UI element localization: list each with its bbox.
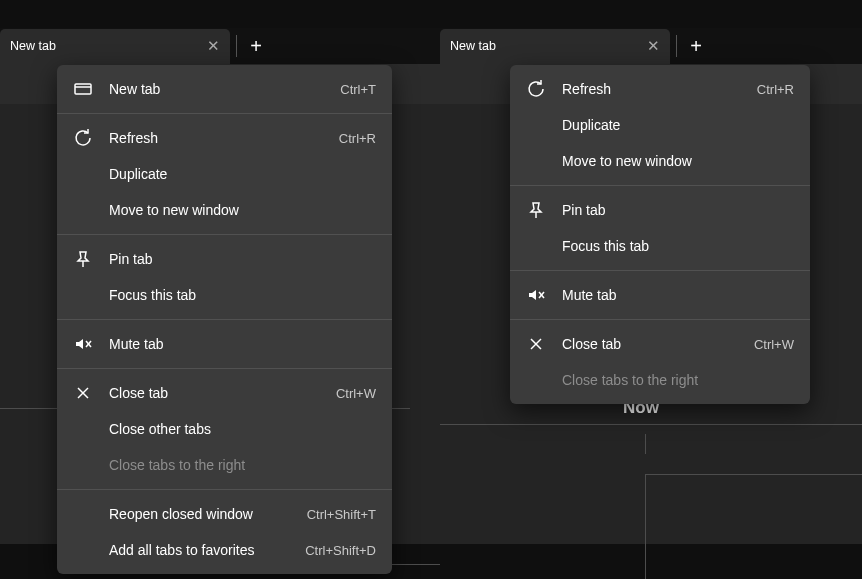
menu-item-pin-tab[interactable]: Pin tab xyxy=(57,241,392,277)
tabstrip-right: New tab ✕ + xyxy=(440,28,862,64)
blank-icon xyxy=(526,370,546,390)
menu-item-label: Mute tab xyxy=(109,336,376,352)
blank-icon xyxy=(526,115,546,135)
menu-shortcut: Ctrl+R xyxy=(757,82,794,97)
pin-icon xyxy=(73,249,93,269)
context-menu-before: New tabCtrl+TRefreshCtrl+RDuplicateMove … xyxy=(57,65,392,574)
menu-separator xyxy=(57,319,392,320)
menu-item-refresh[interactable]: RefreshCtrl+R xyxy=(57,120,392,156)
menu-item-duplicate[interactable]: Duplicate xyxy=(510,107,810,143)
blank-icon xyxy=(73,285,93,305)
menu-item-label: Close tab xyxy=(562,336,754,352)
menu-item-label: Focus this tab xyxy=(562,238,794,254)
menu-item-close-other-tabs[interactable]: Close other tabs xyxy=(57,411,392,447)
menu-item-label: Close tabs to the right xyxy=(562,372,794,388)
menu-shortcut: Ctrl+Shift+T xyxy=(307,507,376,522)
menu-item-pin-tab[interactable]: Pin tab xyxy=(510,192,810,228)
close-icon[interactable]: ✕ xyxy=(647,37,660,55)
menu-item-label: New tab xyxy=(109,81,340,97)
hline xyxy=(645,474,862,475)
menu-shortcut: Ctrl+R xyxy=(339,131,376,146)
tab-title: New tab xyxy=(10,39,56,53)
menu-item-label: Pin tab xyxy=(562,202,794,218)
close-icon[interactable]: ✕ xyxy=(207,37,220,55)
menu-separator xyxy=(57,234,392,235)
menu-item-label: Move to new window xyxy=(109,202,376,218)
mute-icon xyxy=(526,285,546,305)
menu-item-new-tab[interactable]: New tabCtrl+T xyxy=(57,71,392,107)
blank-icon xyxy=(73,455,93,475)
menu-item-close-tab[interactable]: Close tabCtrl+W xyxy=(57,375,392,411)
menu-separator xyxy=(57,489,392,490)
menu-item-move-to-new-window[interactable]: Move to new window xyxy=(510,143,810,179)
blank-icon xyxy=(526,151,546,171)
window-icon xyxy=(73,79,93,99)
tab-divider xyxy=(236,35,237,57)
blank-icon xyxy=(526,236,546,256)
menu-item-label: Refresh xyxy=(562,81,757,97)
close-icon xyxy=(526,334,546,354)
menu-item-label: Refresh xyxy=(109,130,339,146)
menu-item-focus-this-tab[interactable]: Focus this tab xyxy=(57,277,392,313)
menu-item-label: Close tabs to the right xyxy=(109,457,376,473)
menu-shortcut: Ctrl+W xyxy=(336,386,376,401)
menu-separator xyxy=(57,113,392,114)
refresh-icon xyxy=(526,79,546,99)
pin-icon xyxy=(526,200,546,220)
tab-divider xyxy=(676,35,677,57)
menu-item-label: Reopen closed window xyxy=(109,506,307,522)
menu-separator xyxy=(510,185,810,186)
menu-item-close-tab[interactable]: Close tabCtrl+W xyxy=(510,326,810,362)
menu-separator xyxy=(57,368,392,369)
blank-icon xyxy=(73,419,93,439)
menu-shortcut: Ctrl+W xyxy=(754,337,794,352)
blank-icon xyxy=(73,164,93,184)
tab-title: New tab xyxy=(450,39,496,53)
menu-item-label: Add all tabs to favorites xyxy=(109,542,305,558)
hline xyxy=(440,424,862,425)
menu-item-reopen-closed-window[interactable]: Reopen closed windowCtrl+Shift+T xyxy=(57,496,392,532)
blank-icon xyxy=(73,540,93,560)
menu-separator xyxy=(510,319,810,320)
menu-item-focus-this-tab[interactable]: Focus this tab xyxy=(510,228,810,264)
menu-item-close-tabs-to-the-right: Close tabs to the right xyxy=(510,362,810,398)
menu-item-label: Duplicate xyxy=(562,117,794,133)
menu-item-label: Mute tab xyxy=(562,287,794,303)
menu-item-label: Duplicate xyxy=(109,166,376,182)
tabstrip-left: New tab ✕ + xyxy=(0,28,440,64)
vline xyxy=(645,434,646,454)
refresh-icon xyxy=(73,128,93,148)
menu-shortcut: Ctrl+Shift+D xyxy=(305,543,376,558)
tab-new[interactable]: New tab ✕ xyxy=(0,29,230,64)
menu-item-move-to-new-window[interactable]: Move to new window xyxy=(57,192,392,228)
new-tab-button[interactable]: + xyxy=(683,33,709,59)
menu-item-mute-tab[interactable]: Mute tab xyxy=(57,326,392,362)
tab-new[interactable]: New tab ✕ xyxy=(440,29,670,64)
menu-separator xyxy=(510,270,810,271)
svg-rect-0 xyxy=(75,84,91,94)
menu-item-label: Close other tabs xyxy=(109,421,376,437)
close-icon xyxy=(73,383,93,403)
blank-icon xyxy=(73,504,93,524)
menu-item-duplicate[interactable]: Duplicate xyxy=(57,156,392,192)
menu-item-label: Focus this tab xyxy=(109,287,376,303)
menu-item-mute-tab[interactable]: Mute tab xyxy=(510,277,810,313)
menu-item-label: Pin tab xyxy=(109,251,376,267)
menu-item-label: Move to new window xyxy=(562,153,794,169)
vline xyxy=(645,474,646,579)
blank-icon xyxy=(73,200,93,220)
context-menu-now: RefreshCtrl+RDuplicateMove to new window… xyxy=(510,65,810,404)
new-tab-button[interactable]: + xyxy=(243,33,269,59)
menu-item-close-tabs-to-the-right: Close tabs to the right xyxy=(57,447,392,483)
menu-item-refresh[interactable]: RefreshCtrl+R xyxy=(510,71,810,107)
menu-item-label: Close tab xyxy=(109,385,336,401)
mute-icon xyxy=(73,334,93,354)
menu-item-add-all-tabs-to-favorites[interactable]: Add all tabs to favoritesCtrl+Shift+D xyxy=(57,532,392,568)
menu-shortcut: Ctrl+T xyxy=(340,82,376,97)
